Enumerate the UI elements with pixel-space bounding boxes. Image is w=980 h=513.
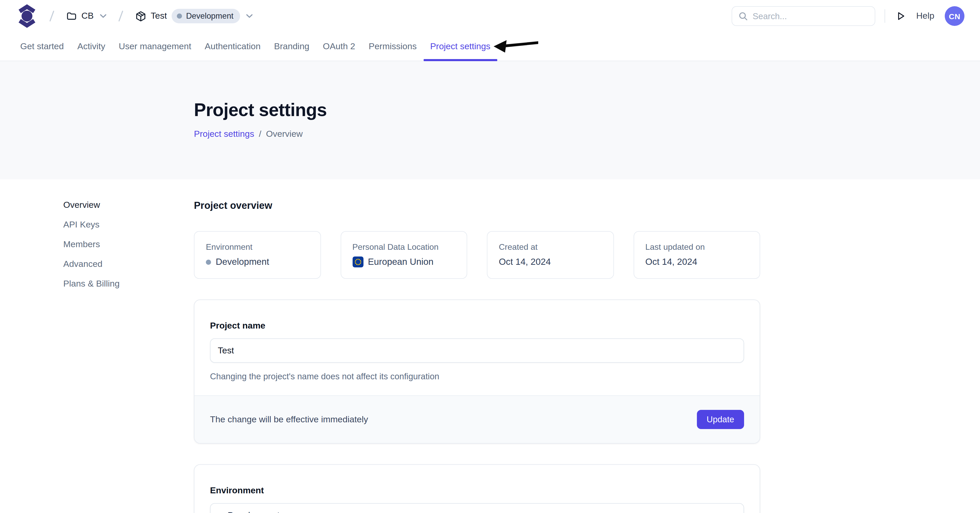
annotation-arrow-icon xyxy=(493,40,539,53)
update-button[interactable]: Update xyxy=(697,410,744,429)
app-logo-icon[interactable] xyxy=(17,4,37,28)
chevron-down-icon xyxy=(246,14,253,18)
tab-project-settings[interactable]: Project settings xyxy=(423,32,497,60)
breadcrumb-link[interactable]: Project settings xyxy=(194,129,254,140)
main-panel: Project overview Environment Development… xyxy=(194,179,760,513)
package-icon xyxy=(135,11,146,22)
page-hero: Project settings Project settings / Over… xyxy=(0,61,980,179)
chevron-down-icon xyxy=(100,14,106,18)
header-divider xyxy=(885,10,885,23)
breadcrumb-current: Overview xyxy=(266,129,303,140)
tab-branding[interactable]: Branding xyxy=(267,32,316,60)
environment-card: Environment Development xyxy=(194,464,760,513)
info-card-label: Created at xyxy=(499,243,602,252)
tab-bar: Get started Activity User management Aut… xyxy=(0,32,980,61)
help-link[interactable]: Help xyxy=(916,11,934,21)
info-card-value: Development xyxy=(216,256,269,267)
info-card-created-at: Created at Oct 14, 2024 xyxy=(487,231,614,279)
sidebar-item-advanced[interactable]: Advanced xyxy=(63,259,119,270)
info-card-label: Last updated on xyxy=(645,243,748,252)
section-title: Project overview xyxy=(194,200,760,211)
info-card-value: European Union xyxy=(368,256,433,267)
play-icon xyxy=(896,11,906,21)
settings-side-nav: Overview API Keys Members Advanced Plans… xyxy=(63,200,119,289)
breadcrumb-separator xyxy=(118,11,123,22)
tab-authentication[interactable]: Authentication xyxy=(198,32,267,60)
project-switcher[interactable]: Test Development xyxy=(135,9,253,23)
search-input[interactable] xyxy=(752,11,868,21)
info-card-value: Oct 14, 2024 xyxy=(499,256,550,267)
project-label: Test xyxy=(151,11,167,21)
breadcrumb-separator: / xyxy=(259,129,261,140)
footer-note: The change will be effective immediately xyxy=(210,414,368,425)
info-card-environment: Environment Development xyxy=(194,231,321,279)
avatar[interactable]: CN xyxy=(945,6,964,26)
info-card-data-location: Personal Data Location Europea xyxy=(340,231,467,279)
tab-label: Project settings xyxy=(430,41,490,52)
play-button[interactable] xyxy=(893,9,908,23)
project-name-card: Project name Changing the project's name… xyxy=(194,300,760,443)
environment-select-value: Development xyxy=(228,510,280,513)
tab-activity[interactable]: Activity xyxy=(70,32,112,60)
env-dot xyxy=(206,259,211,265)
search-icon xyxy=(738,11,748,21)
search-box[interactable] xyxy=(731,6,875,26)
sidebar-item-api-keys[interactable]: API Keys xyxy=(63,220,119,230)
environment-select[interactable]: Development xyxy=(210,503,744,513)
org-label: CB xyxy=(81,11,94,21)
sidebar-item-members[interactable]: Members xyxy=(63,240,119,250)
info-card-last-updated: Last updated on Oct 14, 2024 xyxy=(633,231,760,279)
env-badge: Development xyxy=(172,9,240,23)
app-header: CB Test Development Help CN xyxy=(0,0,980,32)
info-card-label: Personal Data Location xyxy=(352,243,455,252)
environment-label: Environment xyxy=(210,486,744,496)
tab-oauth-2[interactable]: OAuth 2 xyxy=(316,32,362,60)
tab-permissions[interactable]: Permissions xyxy=(362,32,423,60)
sidebar-item-overview[interactable]: Overview xyxy=(63,200,119,210)
folder-icon xyxy=(66,11,77,21)
tab-get-started[interactable]: Get started xyxy=(13,32,70,60)
eu-flag-icon xyxy=(352,256,363,267)
breadcrumb-separator xyxy=(49,11,54,22)
info-card-label: Environment xyxy=(206,243,309,252)
project-name-helper-text: Changing the project's name does not aff… xyxy=(210,372,744,381)
breadcrumb: Project settings / Overview xyxy=(194,129,980,140)
project-name-card-footer: The change will be effective immediately… xyxy=(194,395,760,443)
page-title: Project settings xyxy=(194,61,980,120)
project-name-label: Project name xyxy=(210,321,744,331)
content-area: Overview API Keys Members Advanced Plans… xyxy=(0,179,980,513)
env-badge-dot xyxy=(177,13,182,19)
info-card-row: Environment Development Personal Data Lo… xyxy=(194,231,760,279)
tab-user-management[interactable]: User management xyxy=(112,32,198,60)
project-name-input[interactable] xyxy=(210,338,744,363)
env-badge-label: Development xyxy=(186,11,234,21)
org-switcher[interactable]: CB xyxy=(66,11,106,21)
info-card-value: Oct 14, 2024 xyxy=(645,256,697,267)
sidebar-item-plans-billing[interactable]: Plans & Billing xyxy=(63,279,119,289)
